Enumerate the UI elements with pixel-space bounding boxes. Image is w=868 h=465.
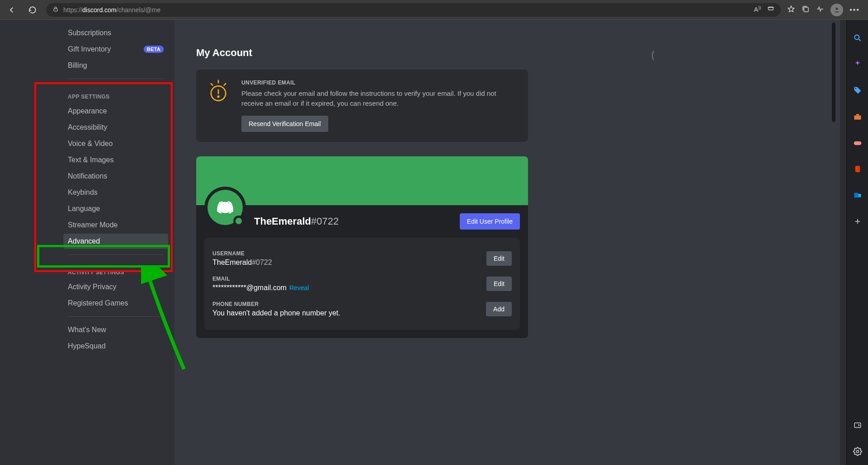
window-scrollbar[interactable] <box>840 20 846 465</box>
collections-icon[interactable] <box>802 5 810 15</box>
edit-email-button[interactable]: Edit <box>486 277 512 291</box>
resend-verification-button[interactable]: Resend Verification Email <box>241 116 328 132</box>
url-text: https://discord.com/channels/@me <box>63 6 160 14</box>
games-icon[interactable] <box>850 136 865 150</box>
status-indicator <box>233 216 244 226</box>
sidebar-header-activity-settings: ACTIVITY SETTINGS <box>63 260 168 278</box>
settings-icon[interactable] <box>850 444 865 459</box>
svg-point-16 <box>856 451 859 453</box>
username-label: USERNAME <box>212 250 272 257</box>
sidebar-item-gift-inventory[interactable]: Gift InventoryBETA <box>63 42 168 57</box>
svg-point-10 <box>855 88 856 89</box>
sidebar-item-language[interactable]: Language <box>63 201 168 216</box>
phone-value: You haven't added a phone number yet. <box>212 309 340 317</box>
browser-side-panel <box>846 20 868 465</box>
sidebar-item-advanced[interactable]: Advanced <box>63 234 168 249</box>
account-fields: USERNAME TheEmerald#0722 Edit EMAIL ****… <box>204 238 520 330</box>
sparkle-icon[interactable] <box>850 57 865 71</box>
add-phone-button[interactable]: Add <box>486 302 512 316</box>
search-icon[interactable] <box>850 31 865 45</box>
svg-rect-14 <box>854 193 858 198</box>
settings-content: My Account UNVERIFIED EMAIL Please check… <box>175 20 840 465</box>
lock-icon <box>52 6 59 14</box>
sidebar-item-activity-privacy[interactable]: Activity Privacy <box>63 279 168 295</box>
back-button[interactable] <box>5 3 19 17</box>
warning-heading: UNVERIFIED EMAIL <box>241 80 518 86</box>
sidebar-item-keybinds[interactable]: Keybinds <box>63 185 168 200</box>
office-icon[interactable] <box>850 162 865 176</box>
svg-rect-12 <box>856 114 859 115</box>
svg-line-8 <box>211 84 213 85</box>
svg-point-5 <box>218 96 219 97</box>
read-aloud-icon[interactable]: A)) <box>754 5 761 14</box>
svg-line-7 <box>224 84 226 85</box>
email-value: ************@gmail.comReveal <box>212 284 309 292</box>
profile-avatar[interactable] <box>830 4 843 16</box>
sidebar-item-voice-video[interactable]: Voice & Video <box>63 136 168 151</box>
sidebar-item-subscriptions[interactable]: Subscriptions <box>63 25 168 41</box>
edit-user-profile-button[interactable]: Edit User Profile <box>460 213 520 230</box>
unverified-email-card: UNVERIFIED EMAIL Please check your email… <box>196 70 528 142</box>
edit-username-button[interactable]: Edit <box>486 251 512 266</box>
sidebar-header-app-settings: APP SETTINGS <box>63 85 168 103</box>
field-username: USERNAME TheEmerald#0722 Edit <box>212 246 512 271</box>
tag-icon[interactable] <box>850 83 865 98</box>
sidebar-item-notifications[interactable]: Notifications <box>63 169 168 184</box>
sidebar-item-text-images[interactable]: Text & Images <box>63 152 168 168</box>
sidebar-item-whats-new[interactable]: What's New <box>63 322 168 338</box>
close-settings-button[interactable]: ESC <box>563 47 654 74</box>
settings-sidebar: Subscriptions Gift InventoryBETA Billing… <box>0 20 175 465</box>
field-phone: PHONE NUMBER You haven't added a phone n… <box>212 296 512 322</box>
warning-icon <box>206 80 231 104</box>
sidebar-item-appearance[interactable]: Appearance <box>63 103 168 119</box>
sidebar-separator <box>68 254 164 255</box>
shop-icon[interactable] <box>767 5 774 14</box>
svg-point-2 <box>836 7 838 9</box>
sidebar-separator <box>68 79 164 79</box>
warning-body: Please check your email and follow the i… <box>241 89 518 108</box>
favorites-icon[interactable] <box>787 5 795 15</box>
add-icon[interactable] <box>850 214 865 229</box>
svg-rect-1 <box>804 7 808 12</box>
close-icon <box>652 47 654 64</box>
svg-rect-11 <box>854 116 861 120</box>
svg-point-9 <box>854 35 859 39</box>
content-scrollbar[interactable] <box>832 23 835 462</box>
svg-rect-0 <box>54 9 57 11</box>
outlook-icon[interactable] <box>850 188 865 202</box>
health-icon[interactable] <box>816 5 824 15</box>
profile-card: TheEmerald#0722 Edit User Profile USERNA… <box>196 156 528 338</box>
page-title: My Account <box>196 47 528 59</box>
sidebar-item-accessibility[interactable]: Accessibility <box>63 120 168 135</box>
sidebar-item-billing[interactable]: Billing <box>63 58 168 73</box>
sidebar-item-hypesquad[interactable]: HypeSquad <box>63 338 168 354</box>
address-bar[interactable]: https://discord.com/channels/@me A)) <box>46 3 781 17</box>
sidebar-item-streamer-mode[interactable]: Streamer Mode <box>63 217 168 233</box>
panel-toggle-icon[interactable] <box>850 418 865 432</box>
svg-rect-13 <box>854 141 861 145</box>
email-label: EMAIL <box>212 276 309 282</box>
profile-banner <box>196 156 528 205</box>
username-value: TheEmerald#0722 <box>212 258 272 267</box>
browser-toolbar: https://discord.com/channels/@me A)) ••• <box>0 0 868 20</box>
beta-badge: BETA <box>144 46 164 53</box>
sidebar-item-registered-games[interactable]: Registered Games <box>63 296 168 311</box>
phone-label: PHONE NUMBER <box>212 301 340 307</box>
reveal-email-link[interactable]: Reveal <box>289 284 309 291</box>
toolbox-icon[interactable] <box>850 109 865 124</box>
avatar[interactable] <box>204 187 246 228</box>
profile-username: TheEmerald#0722 <box>254 207 452 227</box>
more-icon[interactable]: ••• <box>849 6 860 14</box>
refresh-button[interactable] <box>25 3 40 17</box>
sidebar-separator <box>68 316 164 317</box>
field-email: EMAIL ************@gmail.comReveal Edit <box>212 271 512 296</box>
